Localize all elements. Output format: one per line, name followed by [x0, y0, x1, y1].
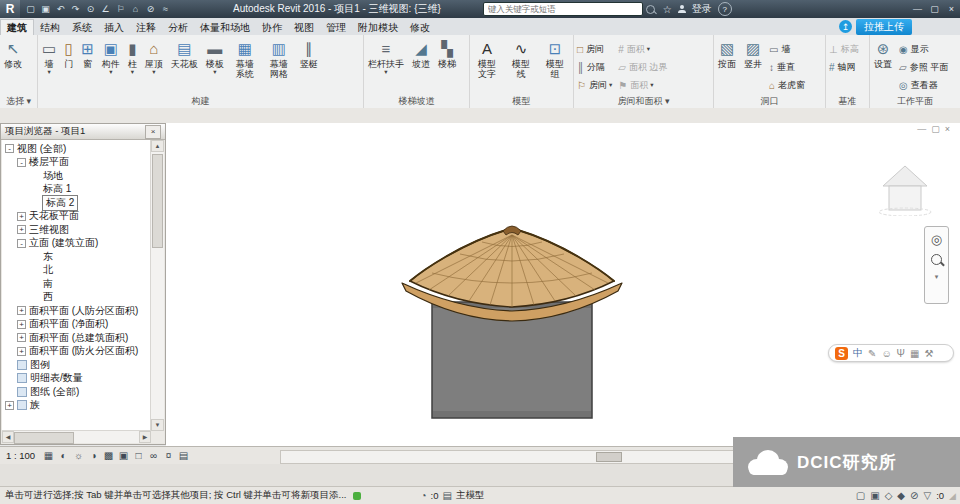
- tree-item-views-root[interactable]: -视图 (全部): [2, 142, 151, 156]
- roof-button[interactable]: ⌂ 屋顶 ▾: [142, 37, 166, 76]
- tab-analyze[interactable]: 分析: [162, 20, 194, 35]
- panel-label-room-area[interactable]: 房间和面积 ▾: [574, 95, 713, 108]
- navbar-chevron-icon[interactable]: ▾: [935, 273, 939, 281]
- tree-item-area-plan-civil-defense[interactable]: +面积平面 (人防分区面积): [2, 304, 151, 318]
- temporary-view-properties-icon[interactable]: ▤: [176, 449, 191, 463]
- tab-manage[interactable]: 管理: [320, 20, 352, 35]
- tab-massing-site[interactable]: 体量和场地: [194, 20, 256, 35]
- steering-wheel-icon[interactable]: ◎: [931, 233, 942, 246]
- scroll-up-icon[interactable]: ▲: [151, 140, 164, 152]
- tree-item-west[interactable]: 西: [2, 291, 151, 305]
- sync-icon[interactable]: ⊙: [83, 2, 98, 16]
- tree-item-schedules[interactable]: 明细表/数量: [2, 372, 151, 386]
- tree-item-east[interactable]: 东: [2, 250, 151, 264]
- room-button[interactable]: □ 房间: [574, 40, 615, 58]
- worksets-icon[interactable]: ▤: [442, 490, 451, 501]
- view-scale[interactable]: 1 : 100: [6, 450, 35, 461]
- show-workplane-button[interactable]: ◉ 显示: [896, 40, 951, 58]
- column-button[interactable]: ▮ 柱 ▾: [125, 37, 140, 76]
- tab-view[interactable]: 视图: [288, 20, 320, 35]
- ceiling-button[interactable]: ▤ 天花板: [168, 37, 201, 70]
- tree-item-families[interactable]: +族: [2, 399, 151, 413]
- scroll-right-icon[interactable]: ▶: [139, 431, 151, 443]
- curtain-grid-button[interactable]: ▥ 幕墙网格: [263, 37, 295, 80]
- detail-level-icon[interactable]: ▦: [41, 449, 56, 463]
- latui-upload-button[interactable]: 拉推上传: [856, 19, 912, 35]
- save-icon[interactable]: ▣: [38, 2, 53, 16]
- toolbox-icon[interactable]: ⚒: [924, 348, 933, 359]
- tree-item-north[interactable]: 北: [2, 264, 151, 278]
- model-line-button[interactable]: ∿ 模型线: [505, 37, 537, 80]
- scroll-left-icon[interactable]: ◀: [2, 431, 14, 443]
- stair-button[interactable]: ▚ 楼梯: [435, 37, 459, 70]
- render-icon[interactable]: ▩: [101, 449, 116, 463]
- tree-item-area-plan-fire[interactable]: +面积平面 (防火分区面积): [2, 345, 151, 359]
- modify-button[interactable]: ↖ 修改: [1, 37, 25, 70]
- project-browser-close-icon[interactable]: ×: [145, 125, 161, 139]
- tab-annotate[interactable]: 注释: [130, 20, 162, 35]
- tag-icon[interactable]: ⚐: [113, 2, 128, 16]
- tab-addins[interactable]: 附加模块: [352, 20, 404, 35]
- editing-requests-icon[interactable]: ◔: [421, 490, 427, 501]
- tab-modify[interactable]: 修改: [404, 20, 436, 35]
- temporary-hide-isolate-icon[interactable]: ∞: [146, 449, 161, 463]
- tree-item-legends[interactable]: 图例: [2, 358, 151, 372]
- select-underlay-toggle[interactable]: ▣: [870, 490, 879, 501]
- scrollbar-thumb[interactable]: [152, 154, 163, 248]
- door-button[interactable]: ▯ 门: [61, 37, 76, 70]
- help-icon[interactable]: ?: [718, 2, 732, 16]
- undo-icon[interactable]: ↶: [53, 2, 68, 16]
- view-close-icon[interactable]: ×: [945, 124, 950, 134]
- show-crop-region-icon[interactable]: □: [131, 449, 146, 463]
- voice-icon[interactable]: Ψ: [897, 348, 905, 359]
- reference-plane-button[interactable]: ▱ 参照 平面: [896, 58, 951, 76]
- select-by-face-toggle[interactable]: ◆: [897, 490, 905, 501]
- tree-item-area-plan-net[interactable]: +面积平面 (净面积): [2, 318, 151, 332]
- scroll-down-icon[interactable]: ▼: [151, 419, 164, 431]
- crop-view-icon[interactable]: ▣: [116, 449, 131, 463]
- tree-item-floor-plans[interactable]: -楼层平面: [2, 156, 151, 170]
- viewcube[interactable]: [875, 160, 935, 216]
- shaft-opening-button[interactable]: ▨ 竖井: [741, 37, 765, 70]
- drag-on-selection-toggle[interactable]: ⊘: [910, 490, 918, 501]
- level-button[interactable]: ⊥ 标高: [826, 40, 862, 58]
- room-separator-button[interactable]: ║ 分隔: [574, 58, 615, 76]
- scrollbar-thumb[interactable]: [596, 452, 622, 462]
- workplane-viewer-button[interactable]: ◎ 查看器: [896, 76, 951, 94]
- open-file-icon[interactable]: ▢: [23, 2, 38, 16]
- grid-button[interactable]: # 轴网: [826, 58, 862, 76]
- handwriting-icon[interactable]: ✎: [868, 348, 876, 359]
- opening-by-face-button[interactable]: ▧ 按面: [715, 37, 739, 70]
- maximize-icon[interactable]: ▢: [926, 2, 943, 16]
- tab-collaborate[interactable]: 协作: [256, 20, 288, 35]
- scrollbar-thumb[interactable]: [14, 432, 74, 444]
- curtain-system-button[interactable]: ▦ 幕墙系统: [229, 37, 261, 80]
- railing-button[interactable]: ≡ 栏杆扶手 ▾: [365, 37, 407, 76]
- tree-item-site[interactable]: 场地: [2, 169, 151, 183]
- ramp-button[interactable]: ◢ 坡道: [409, 37, 433, 70]
- tag-area-button[interactable]: ⚑ 面积 ▾: [615, 76, 670, 94]
- project-browser-titlebar[interactable]: 项目浏览器 - 项目1 ×: [1, 124, 165, 140]
- wall-button[interactable]: ▭ 墙 ▾: [39, 37, 59, 76]
- favorites-icon[interactable]: ☆: [663, 4, 672, 15]
- measure-icon[interactable]: ∠: [98, 2, 113, 16]
- view-minimize-icon[interactable]: —: [917, 124, 926, 134]
- floor-button[interactable]: ▬ 楼板 ▾: [203, 37, 227, 76]
- tree-item-south[interactable]: 南: [2, 277, 151, 291]
- reveal-hidden-elements-icon[interactable]: ¤: [161, 449, 176, 463]
- tree-item-area-plan-gross[interactable]: +面积平面 (总建筑面积): [2, 331, 151, 345]
- sogou-logo-icon[interactable]: S: [835, 347, 848, 360]
- panel-label-select[interactable]: 选择 ▾: [0, 95, 37, 108]
- revit-logo-icon[interactable]: R: [0, 0, 20, 18]
- tree-item-sheets[interactable]: 图纸 (全部): [2, 385, 151, 399]
- close-icon[interactable]: ×: [943, 2, 960, 16]
- tree-item-elevations[interactable]: -立面 (建筑立面): [2, 237, 151, 251]
- filter-icon[interactable]: ▽: [923, 490, 931, 501]
- browser-horizontal-scrollbar[interactable]: ◀ ▶: [2, 430, 151, 443]
- component-button[interactable]: ▣ 构件 ▾: [99, 37, 123, 76]
- user-icon[interactable]: [678, 5, 686, 13]
- model-group-button[interactable]: ⊡ 模型组: [539, 37, 571, 80]
- mullion-button[interactable]: ∥ 竖梃: [297, 37, 321, 70]
- tab-insert[interactable]: 插入: [98, 20, 130, 35]
- tree-item-3d-views[interactable]: +三维视图: [2, 223, 151, 237]
